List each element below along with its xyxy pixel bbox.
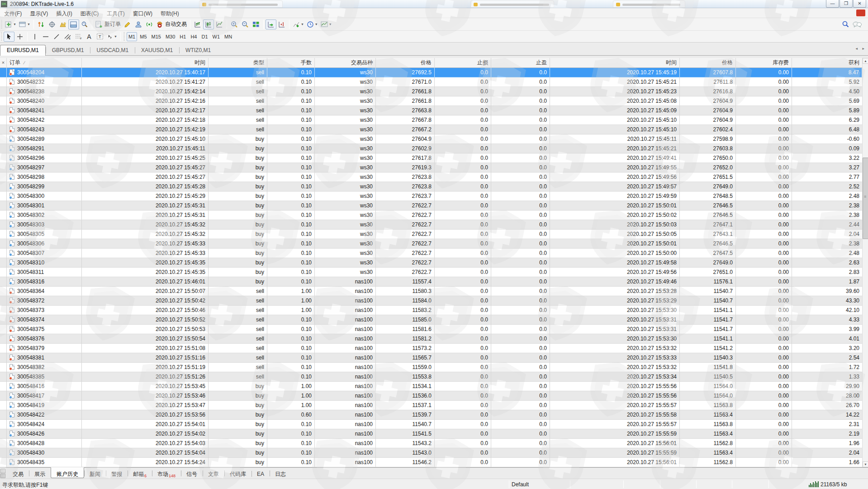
search-icon[interactable] — [840, 19, 851, 29]
period-button-h1[interactable]: H1 — [178, 32, 188, 41]
vertical-scrollbar[interactable]: ▲ ▼ — [862, 58, 868, 467]
terminal-tab-信号[interactable]: 信号 — [181, 468, 203, 479]
table-row[interactable]: 3005483732020.10.27 15:50:46sell1.00nas1… — [0, 306, 862, 315]
table-row[interactable]: 3005483812020.10.27 15:51:16sell0.10nas1… — [0, 353, 862, 363]
terminal-tab-日志[interactable]: 日志 — [270, 468, 291, 479]
trendline-tool-button[interactable] — [51, 32, 62, 42]
table-row[interactable]: 3005482412020.10.27 15:42:17sell0.10ws30… — [0, 106, 862, 115]
scrollbar-thumb[interactable] — [863, 158, 868, 239]
column-header-close-time[interactable]: 时间 — [550, 58, 680, 68]
scroll-down-arrow[interactable]: ▼ — [863, 461, 868, 467]
table-row[interactable]: 3005483062020.10.27 15:45:33buy0.10ws302… — [0, 239, 862, 249]
table-row[interactable]: 3005484162020.10.27 15:53:45buy1.00nas10… — [0, 382, 862, 391]
table-row[interactable]: 3005482042020.10.27 15:40:17sell0.10ws30… — [0, 68, 862, 77]
profiles-button[interactable]: ▼ — [18, 19, 32, 29]
table-row[interactable]: 3005484222020.10.27 15:53:56buy0.60nas10… — [0, 410, 862, 420]
menu-item-插[interactable]: 插入(I) — [52, 8, 76, 18]
terminal-tab-市场[interactable]: 市场148 — [152, 468, 181, 479]
terminal-tab-邮箱[interactable]: 邮箱6 — [128, 468, 152, 479]
periods-button[interactable]: ▼ — [305, 19, 319, 29]
table-row[interactable]: 3005482962020.10.27 15:45:25buy0.10ws302… — [0, 153, 862, 163]
table-row[interactable]: 3005483112020.10.27 15:45:35buy0.10ws302… — [0, 268, 862, 277]
column-header-type[interactable]: 类型 — [209, 58, 267, 68]
chat-icon[interactable] — [851, 19, 863, 29]
terminal-tab-警报[interactable]: 警报 — [106, 468, 128, 479]
table-row[interactable]: 3005482992020.10.27 15:45:28buy0.10ws302… — [0, 182, 862, 192]
market-watch-button[interactable] — [36, 19, 47, 29]
column-header-close-price[interactable]: 价格 — [680, 58, 736, 68]
table-row[interactable]: 3005482432020.10.27 15:42:19sell0.10ws30… — [0, 125, 862, 134]
terminal-tab-代码库[interactable]: 代码库 — [224, 468, 251, 479]
toolbar-grip[interactable] — [1, 32, 2, 41]
table-row[interactable]: 3005483032020.10.27 15:45:32buy0.10ws302… — [0, 220, 862, 230]
metaeditor-icon[interactable] — [122, 19, 133, 29]
table-row[interactable]: 3005483022020.10.27 15:45:31buy0.10ws302… — [0, 211, 862, 220]
table-row[interactable]: 3005483012020.10.27 15:45:31buy0.10ws302… — [0, 201, 862, 211]
minimize-button[interactable]: — — [826, 0, 839, 8]
fibonacci-tool-button[interactable]: F — [73, 32, 84, 42]
scroll-up-arrow[interactable]: ▲ — [863, 58, 868, 64]
column-header-stop-loss[interactable]: 止损 — [435, 58, 491, 68]
promo-icon[interactable] — [856, 10, 865, 16]
chart-tab-xauusd[interactable]: XAUUSD,M1 — [135, 45, 179, 56]
period-button-w1[interactable]: W1 — [211, 32, 222, 41]
vertical-line-tool-button[interactable] — [29, 32, 40, 42]
bar-chart-button[interactable] — [192, 19, 203, 29]
table-row[interactable]: 3005483822020.10.27 15:51:19sell0.10nas1… — [0, 363, 862, 372]
period-button-h4[interactable]: H4 — [189, 32, 199, 41]
column-header-open-time[interactable]: 时间 — [82, 58, 209, 68]
table-row[interactable]: 3005483072020.10.27 15:45:33buy0.10ws302… — [0, 249, 862, 258]
restore-button[interactable]: ❐ — [840, 0, 853, 8]
toolbar-grip[interactable] — [1, 20, 2, 29]
table-row[interactable]: 3005483162020.10.27 15:46:01buy0.10nas10… — [0, 277, 862, 287]
navigator-button[interactable] — [57, 19, 68, 29]
table-row[interactable]: 3005484302020.10.27 15:54:04buy0.10nas10… — [0, 448, 862, 458]
table-row[interactable]: 3005482972020.10.27 15:45:27buy0.10ws302… — [0, 163, 862, 173]
table-row[interactable]: 3005483762020.10.27 15:50:54sell0.10nas1… — [0, 334, 862, 344]
table-row[interactable]: 3005482422020.10.27 15:42:18sell0.10ws30… — [0, 115, 862, 125]
chart-tab-gbpusd[interactable]: GBPUSD,M1 — [46, 45, 90, 56]
signals-icon[interactable] — [144, 19, 155, 29]
table-row[interactable]: 3005483052020.10.27 15:45:32buy0.10ws302… — [0, 230, 862, 239]
period-button-m15[interactable]: M15 — [150, 32, 163, 41]
cursor-tool-button[interactable] — [4, 32, 14, 42]
menu-item-帮[interactable]: 帮助(H) — [157, 8, 183, 18]
toolbar-grip[interactable] — [123, 32, 125, 41]
table-row[interactable]: 3005483752020.10.27 15:50:53sell0.10nas1… — [0, 325, 862, 334]
table-row[interactable]: 3005483742020.10.27 15:50:52sell0.10nas1… — [0, 315, 862, 325]
table-row[interactable]: 3005483642020.10.27 15:50:07sell1.00nas1… — [0, 287, 862, 296]
line-chart-button[interactable] — [214, 19, 225, 29]
new-order-button[interactable]: 新订单 — [94, 19, 122, 29]
table-row[interactable]: 3005483852020.10.27 15:51:26sell0.10nas1… — [0, 372, 862, 382]
close-button[interactable]: ✕ — [853, 0, 866, 8]
table-row[interactable]: 3005484192020.10.27 15:53:47buy1.00nas10… — [0, 401, 862, 410]
horizontal-line-tool-button[interactable] — [40, 32, 51, 42]
tab-scroll-arrows[interactable]: ◂ ▸ — [855, 46, 866, 51]
terminal-tab-新闻[interactable]: 新闻 — [84, 468, 106, 479]
menu-item-图[interactable]: 图表(C) — [76, 8, 103, 18]
table-row[interactable]: 3005482402020.10.27 15:42:16sell0.10ws30… — [0, 96, 862, 106]
table-row[interactable]: 3005483722020.10.27 15:50:42sell1.00nas1… — [0, 296, 862, 306]
crosshair-tool-button[interactable] — [14, 32, 25, 42]
text-label-tool-button[interactable]: T — [95, 32, 105, 42]
menu-item-窗[interactable]: 窗口(W) — [129, 8, 157, 18]
auto-scroll-button[interactable] — [266, 19, 276, 29]
table-row[interactable]: 3005482912020.10.27 15:45:11buy0.10ws302… — [0, 144, 862, 153]
arrows-tool-button[interactable]: ▼ — [105, 32, 119, 42]
column-header-swap[interactable]: 库存费 — [736, 58, 792, 68]
table-row[interactable]: 3005482322020.10.27 15:41:27sell0.10ws30… — [0, 77, 862, 87]
table-row[interactable]: 3005483102020.10.27 15:45:35buy0.10ws302… — [0, 258, 862, 268]
chart-tab-usdcad[interactable]: USDCAD,M1 — [90, 45, 135, 56]
expert-advisor-icon[interactable] — [133, 19, 144, 29]
chart-tab-wtiz0[interactable]: WTIZ0,M1 — [179, 45, 217, 56]
period-button-m1[interactable]: M1 — [127, 32, 137, 41]
dock-icons[interactable] — [0, 468, 6, 479]
table-row[interactable]: 3005484282020.10.27 15:54:03buy0.10nas10… — [0, 439, 862, 448]
period-button-d1[interactable]: D1 — [199, 32, 209, 41]
menu-item-文[interactable]: 文件(F) — [0, 8, 26, 18]
column-header-open-price[interactable]: 价格 — [376, 58, 435, 68]
table-row[interactable]: 3005484352020.10.27 15:54:24buy0.10nas10… — [0, 458, 862, 467]
terminal-tab-EA[interactable]: EA — [251, 469, 270, 479]
table-row[interactable]: 3005483002020.10.27 15:45:29buy0.10ws302… — [0, 192, 862, 201]
channel-tool-button[interactable]: E — [62, 32, 73, 42]
